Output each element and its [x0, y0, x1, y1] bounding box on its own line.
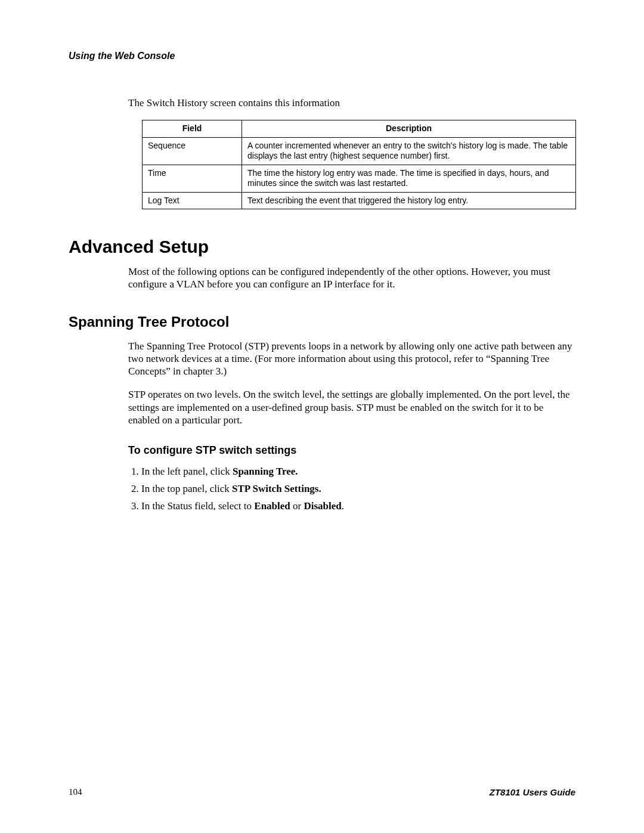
step-bold: Disabled — [304, 500, 341, 512]
step-text: In the top panel, click — [141, 483, 232, 494]
page-number: 104 — [69, 787, 82, 797]
step-text: In the left panel, click — [141, 466, 233, 477]
table-row: Sequence A counter incremented whenever … — [143, 137, 576, 165]
cell-field: Log Text — [143, 192, 242, 209]
guide-title: ZT8101 Users Guide — [490, 787, 575, 797]
running-head: Using the Web Console — [69, 51, 575, 61]
intro-text: The Switch History screen contains this … — [128, 97, 575, 109]
list-item: In the Status field, select to Enabled o… — [141, 500, 575, 513]
step-text: . — [342, 500, 344, 512]
cell-desc: Text describing the event that triggered… — [242, 192, 576, 209]
heading-configure-stp: To configure STP switch settings — [128, 444, 575, 457]
step-bold: Enabled — [254, 500, 290, 512]
step-bold: STP Switch Settings. — [232, 483, 321, 494]
cell-field: Sequence — [143, 137, 242, 165]
step-text: or — [290, 500, 304, 512]
page-footer: 104 ZT8101 Users Guide — [69, 787, 575, 797]
switch-history-table: Field Description Sequence A counter inc… — [142, 120, 576, 209]
paragraph: Most of the following options can be con… — [128, 265, 575, 291]
heading-stp: Spanning Tree Protocol — [69, 314, 575, 330]
table-row: Time The time the history log entry was … — [143, 165, 576, 192]
col-field: Field — [143, 120, 242, 138]
paragraph: The Spanning Tree Protocol (STP) prevent… — [128, 340, 575, 378]
cell-desc: The time the history log entry was made.… — [242, 165, 576, 192]
heading-advanced-setup: Advanced Setup — [69, 237, 575, 257]
page: Using the Web Console The Switch History… — [0, 0, 644, 833]
table-row: Log Text Text describing the event that … — [143, 192, 576, 209]
step-bold: Spanning Tree. — [233, 466, 298, 477]
table-header-row: Field Description — [143, 120, 576, 138]
list-item: In the top panel, click STP Switch Setti… — [141, 482, 575, 496]
list-item: In the left panel, click Spanning Tree. — [141, 465, 575, 479]
paragraph: STP operates on two levels. On the switc… — [128, 388, 575, 426]
cell-field: Time — [143, 165, 242, 192]
step-text: In the Status field, select to — [141, 500, 254, 512]
steps-list: In the left panel, click Spanning Tree. … — [128, 465, 575, 513]
cell-desc: A counter incremented whenever an entry … — [242, 137, 576, 165]
col-description: Description — [242, 120, 576, 138]
